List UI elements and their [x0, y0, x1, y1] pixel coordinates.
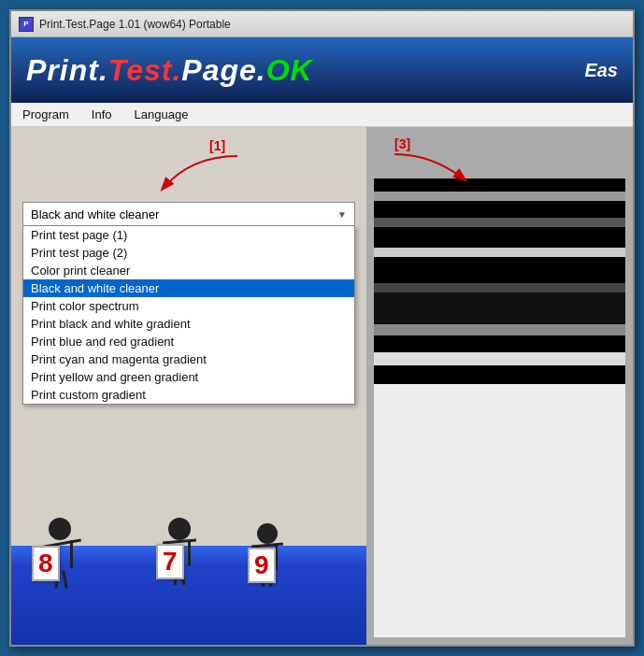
arrow-3-svg — [385, 150, 479, 187]
stripe-6 — [374, 257, 625, 283]
figure-right: 9 — [250, 523, 270, 572]
figure-mid-number: 7 — [156, 544, 184, 579]
logo-ok: OK — [266, 53, 313, 87]
dropdown-option-7[interactable]: Print cyan and magenta gradient — [23, 350, 354, 368]
figure-left-number: 8 — [32, 546, 60, 581]
stripe-4 — [374, 227, 625, 248]
bottom-scene: 8 7 — [11, 486, 366, 645]
stripe-10 — [374, 335, 625, 352]
dropdown-list: Print test page (1) Print test page (2) … — [22, 226, 355, 405]
stripe-1 — [374, 192, 625, 201]
app-logo: Print.Test.Page.OK — [26, 53, 313, 88]
stripe-8 — [374, 292, 625, 324]
right-panel: [3] — [366, 127, 633, 645]
desk — [11, 561, 378, 645]
stripe-13 — [374, 384, 625, 637]
title-bar: P Print.Test.Page 1.01 (wow64) Portable — [11, 11, 633, 37]
main-window: P Print.Test.Page 1.01 (wow64) Portable … — [9, 9, 635, 647]
logo-print: Print. — [26, 53, 108, 87]
header-tagline: Eas — [584, 60, 618, 81]
dropdown-closed[interactable]: Black and white cleaner ▼ — [22, 202, 355, 226]
stripe-5 — [374, 248, 625, 257]
stripe-11 — [374, 352, 625, 365]
dropdown-option-9[interactable]: Print custom gradient — [23, 386, 354, 404]
dropdown-chevron-icon: ▼ — [337, 209, 347, 220]
logo-test: Test. — [108, 53, 182, 87]
dropdown-option-1[interactable]: Print test page (2) — [23, 244, 354, 262]
dropdown-option-6[interactable]: Print blue and red gradient — [23, 333, 354, 350]
figure-right-number: 9 — [248, 548, 276, 583]
figure-mid: 7 — [161, 518, 183, 568]
left-panel: [1] Black and white cleaner ▼ — [11, 127, 366, 645]
menu-bar: Program Info Language — [11, 103, 633, 127]
desk-top — [11, 546, 382, 564]
dropdown-option-0[interactable]: Print test page (1) — [23, 226, 354, 244]
menu-language[interactable]: Language — [131, 106, 193, 123]
app-icon: P — [19, 17, 34, 32]
window-title: Print.Test.Page 1.01 (wow64) Portable — [39, 18, 231, 31]
dropdown-wrapper: Black and white cleaner ▼ Print test pag… — [22, 202, 355, 226]
stripe-2 — [374, 201, 625, 218]
dropdown-option-8[interactable]: Print yellow and green gradient — [23, 368, 354, 386]
stripe-3 — [374, 218, 625, 227]
figure-left: 8 — [39, 518, 62, 570]
dropdown-option-4[interactable]: Print color spectrum — [23, 297, 354, 315]
preview-stripes — [374, 178, 625, 637]
menu-program[interactable]: Program — [19, 106, 73, 123]
dropdown-selected-label: Black and white cleaner — [31, 207, 337, 221]
dropdown-option-3[interactable]: Black and white cleaner — [23, 279, 354, 297]
arrow-1-svg — [135, 151, 247, 198]
stripe-9 — [374, 324, 625, 335]
logo-page: Page. — [181, 53, 265, 87]
menu-info[interactable]: Info — [88, 106, 116, 123]
stripe-12 — [374, 365, 625, 384]
dropdown-option-2[interactable]: Color print cleaner — [23, 262, 354, 279]
dropdown-option-5[interactable]: Print black and white gradient — [23, 315, 354, 333]
header-banner: Print.Test.Page.OK Eas — [11, 37, 633, 103]
main-content: [1] Black and white cleaner ▼ — [11, 127, 633, 645]
annotation-3-container: [3] — [366, 127, 633, 178]
stripe-7 — [374, 283, 625, 292]
